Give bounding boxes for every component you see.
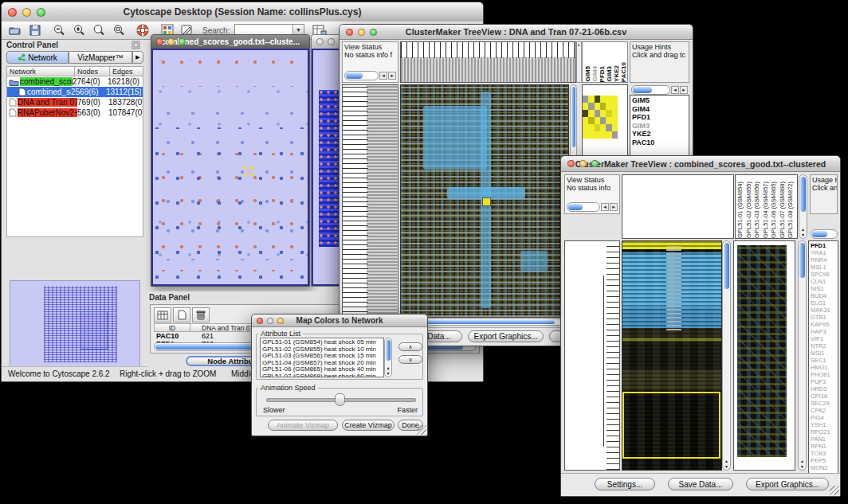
treeview2-titlebar[interactable]: ClusterMaker TreeView : combined_scores_… bbox=[561, 156, 840, 172]
attribute-list-group: Attribute List GPL51-01 (GSM854) heat sh… bbox=[256, 334, 423, 380]
minimize-icon[interactable] bbox=[358, 29, 365, 36]
close-icon[interactable] bbox=[346, 29, 353, 36]
folder-icon bbox=[9, 78, 19, 86]
resize-grip[interactable] bbox=[830, 486, 839, 495]
tv1-heatmap[interactable] bbox=[400, 84, 569, 318]
close-icon[interactable] bbox=[257, 318, 263, 324]
speed-slider-thumb[interactable] bbox=[335, 393, 345, 406]
tv2-view-status: View Status No status info ◂▸ bbox=[564, 174, 620, 214]
float-panel-icon[interactable] bbox=[132, 41, 140, 49]
file-icon bbox=[9, 98, 17, 107]
tv2-hints-scrollbar[interactable] bbox=[811, 229, 838, 239]
tv1-column-dendrogram[interactable] bbox=[400, 41, 576, 83]
tv1-status-scrollbar[interactable]: ◂▸ bbox=[344, 71, 396, 80]
tv2-column-tree-panel[interactable] bbox=[622, 174, 734, 239]
close-icon[interactable] bbox=[156, 38, 163, 45]
tv1-splitter[interactable]: ▸ bbox=[576, 41, 582, 83]
heatmap-missing-data-column bbox=[666, 246, 682, 330]
tv2-column-labels[interactable]: GPL51-01 (GSM854)GPL51-02 (GSM855)GPL51-… bbox=[736, 175, 797, 238]
close-icon[interactable] bbox=[567, 160, 575, 167]
tab-overflow-arrow[interactable]: ▶ bbox=[132, 51, 143, 64]
tv2-genelist-scrollbar[interactable]: ▴▾ bbox=[798, 240, 807, 471]
save-session-icon[interactable] bbox=[29, 24, 41, 37]
open-session-icon[interactable] bbox=[8, 24, 22, 37]
zoom-out-icon[interactable] bbox=[53, 24, 66, 37]
minimize-icon[interactable] bbox=[167, 38, 175, 45]
animate-vizmap-button[interactable]: Animate Vizmap bbox=[268, 420, 338, 431]
tv2-settings-button[interactable]: Settings... bbox=[595, 478, 655, 490]
network-row-collection[interactable]: combined_scores 2764(0) 16218(0) bbox=[7, 76, 143, 87]
file-icon bbox=[18, 88, 26, 96]
tv1-row-dendrogram[interactable] bbox=[342, 84, 398, 318]
tv2-usage-hints: Usage Hi Click and bbox=[810, 174, 838, 214]
heatmap-cluster-highlight bbox=[423, 106, 487, 170]
network-row-selected[interactable]: combined_sco 2569(6) 13112(15) bbox=[7, 87, 143, 97]
minimize-icon[interactable] bbox=[267, 318, 273, 324]
zoom-fit-icon[interactable] bbox=[112, 24, 126, 37]
tab-vizmapper[interactable]: VizMapper™ bbox=[69, 51, 132, 64]
faster-label: Faster bbox=[397, 406, 418, 414]
new-attribute-icon[interactable] bbox=[173, 307, 190, 322]
close-icon[interactable] bbox=[8, 8, 17, 17]
network-icon bbox=[18, 53, 26, 61]
tv1-column-labels[interactable]: GIM5GIM4PFD1GIM3YKE2PAC10 bbox=[584, 42, 627, 82]
main-titlebar[interactable]: Cytoscape Desktop (Session Name: collins… bbox=[2, 2, 483, 22]
tv1-usage-hints: Usage Hints Click and drag tc bbox=[630, 41, 689, 83]
delete-attribute-icon[interactable] bbox=[192, 307, 210, 322]
network-row[interactable]: DNA and Tran 07 769(0) 183728(0) bbox=[7, 97, 143, 107]
minimize-icon[interactable] bbox=[579, 160, 587, 167]
attribute-list[interactable]: GPL51-01 (GSM854) heat shock 05 minGPL51… bbox=[260, 338, 384, 377]
create-vizmap-button[interactable]: Create Vizmap bbox=[342, 420, 395, 431]
tv1-export-graphics-button[interactable]: Export Graphics... bbox=[468, 330, 544, 342]
tv2-collabel-scrollbar[interactable]: ▴▾ bbox=[799, 174, 807, 239]
zoom-window-icon[interactable] bbox=[37, 8, 45, 17]
network-view-titlebar[interactable]: combined_scores_good.txt--cluste... bbox=[151, 35, 309, 49]
overview-viewport-rect[interactable] bbox=[80, 311, 108, 350]
minimize-icon[interactable] bbox=[22, 8, 31, 17]
tab-network[interactable]: Network bbox=[6, 51, 69, 64]
zoom-window-icon[interactable] bbox=[277, 318, 284, 324]
tv2-status-scrollbar[interactable]: ◂▸ bbox=[567, 202, 618, 212]
attribute-select-icon[interactable] bbox=[154, 307, 171, 322]
close-icon[interactable] bbox=[316, 38, 324, 45]
tv2-heatmap[interactable] bbox=[622, 240, 722, 471]
slower-label: Slower bbox=[263, 406, 285, 414]
zoom-in-icon[interactable] bbox=[73, 24, 86, 37]
treeview1-title: ClusterMaker TreeView : DNA and Tran 07-… bbox=[340, 27, 693, 37]
control-panel: Control Panel Network VizMapper™ ▶ Netwo… bbox=[3, 40, 145, 367]
map-dialog-titlebar[interactable]: Map Colors to Network bbox=[252, 315, 427, 327]
heatmap-cluster-highlight bbox=[520, 251, 548, 272]
resize-grip[interactable] bbox=[417, 425, 426, 435]
tv2-secondary-heatmap[interactable] bbox=[737, 245, 787, 457]
treeview2-title: ClusterMaker TreeView : combined_scores_… bbox=[561, 159, 840, 169]
zoom-selected-icon[interactable] bbox=[92, 24, 106, 37]
heatmap-selected-cell[interactable] bbox=[482, 197, 491, 206]
tv1-view-status: View Status No status info f ◂▸ bbox=[342, 41, 398, 83]
tv1-correlation-matrix[interactable] bbox=[583, 96, 618, 139]
attribute-list-scrollbar[interactable]: ▴▾ bbox=[384, 338, 392, 377]
minimize-icon[interactable] bbox=[328, 38, 335, 45]
move-down-button[interactable]: ∨ bbox=[398, 355, 422, 364]
tv2-gene-list[interactable]: PFD1YRA1RNR4MSL1SPC98CLN1NIS1BUD4ELG1MAK… bbox=[808, 240, 838, 474]
tv2-export-graphics-button[interactable]: Export Graphics... bbox=[746, 478, 829, 490]
animation-speed-group: Animation Speed Slower Faster bbox=[256, 388, 423, 416]
zoom-window-icon[interactable] bbox=[179, 38, 186, 45]
selected-cluster[interactable] bbox=[242, 165, 255, 178]
tv2-column-labels-panel: GPL51-01 (GSM854)GPL51-02 (GSM855)GPL51-… bbox=[735, 174, 798, 239]
tv2-button-bar: Settings... Save Data... Export Graphics… bbox=[561, 473, 840, 496]
zoom-window-icon[interactable] bbox=[591, 160, 599, 167]
tv1-hints-scrollbar[interactable]: ◂▸ bbox=[631, 85, 688, 95]
network-overview[interactable] bbox=[10, 280, 140, 367]
move-up-button[interactable]: ∧ bbox=[398, 342, 422, 351]
desktop: Cytoscape Desktop (Session Name: collins… bbox=[0, 0, 848, 504]
help-lifering-icon[interactable] bbox=[135, 23, 150, 37]
tv2-vscrollbar[interactable]: ▴▾ bbox=[722, 240, 731, 471]
zoom-window-icon[interactable] bbox=[370, 29, 377, 36]
tv2-row-dendrogram[interactable] bbox=[564, 240, 620, 471]
map-colors-dialog: Map Colors to Network Attribute List GPL… bbox=[251, 314, 428, 436]
heatmap-selection-rect[interactable] bbox=[622, 392, 720, 458]
network-canvas[interactable] bbox=[151, 49, 309, 286]
treeview1-titlebar[interactable]: ClusterMaker TreeView : DNA and Tran 07-… bbox=[340, 25, 693, 40]
tv2-save-data-button[interactable]: Save Data... bbox=[668, 478, 733, 490]
network-row[interactable]: RNAPuberNov2+ 563(0) 107847(0) bbox=[7, 107, 143, 118]
